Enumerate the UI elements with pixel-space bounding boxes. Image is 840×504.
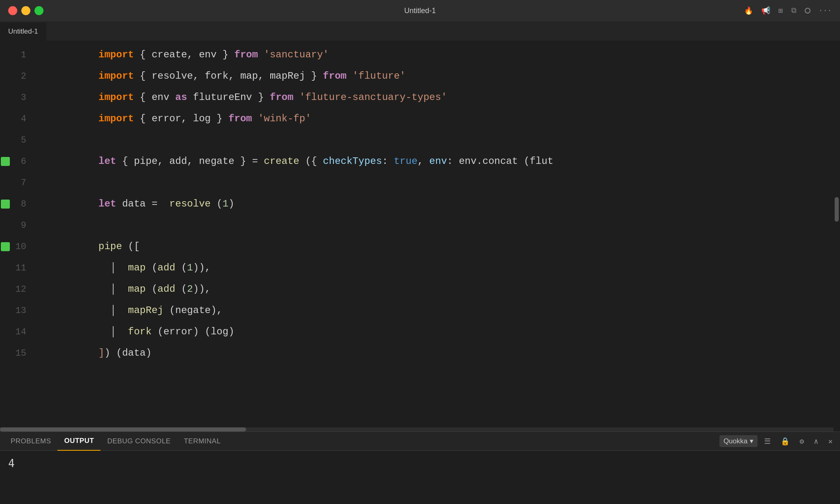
expand-up-icon[interactable]: ∧	[810, 435, 822, 447]
code-line-4: 4 import { error, log } from 'wink-fp'	[0, 108, 833, 129]
green-dot-8	[1, 200, 10, 209]
line-number-1: 1	[0, 50, 33, 60]
line-number-2: 2	[0, 71, 33, 82]
tab-debug-console[interactable]: DEBUG CONSOLE	[100, 432, 177, 451]
speaker-icon[interactable]: 📢	[761, 6, 770, 15]
line-number-5: 5	[0, 135, 33, 145]
code-line-15: 15 ]) (data)	[0, 343, 833, 364]
dropdown-label: Quokka	[724, 437, 748, 445]
line-number-7: 7	[0, 178, 33, 188]
green-dot-10	[1, 242, 10, 251]
line-number-14: 14	[0, 327, 33, 337]
panel-content: 4	[0, 451, 840, 504]
tab-output[interactable]: OUTPUT	[57, 432, 100, 451]
chevron-down-icon: ▾	[750, 437, 753, 445]
horizontal-scrollbar[interactable]	[0, 427, 833, 431]
close-panel-icon[interactable]: ✕	[825, 435, 836, 447]
filter-icon[interactable]: ⚙	[796, 435, 807, 447]
titlebar-actions: 🔥 📢 ⊞ ⧉ ···	[744, 6, 832, 15]
close-button[interactable]	[8, 6, 17, 15]
vertical-scrollbar[interactable]	[833, 41, 840, 431]
vscrollbar-thumb[interactable]	[835, 197, 839, 222]
line-number-12: 12	[0, 284, 33, 295]
bottom-panel: PROBLEMS OUTPUT DEBUG CONSOLE TERMINAL Q…	[0, 431, 840, 504]
code-lines: 1 import { create, env } from 'sanctuary…	[0, 41, 833, 367]
line-content-15: ]) (data)	[33, 321, 833, 385]
green-dot-6	[1, 157, 10, 166]
list-icon[interactable]: ☰	[761, 435, 774, 447]
line-number-9: 9	[0, 220, 33, 231]
split-icon[interactable]: ⧉	[791, 7, 797, 15]
line-number-13: 13	[0, 306, 33, 316]
line-number-10: 10	[0, 242, 33, 252]
code-editor[interactable]: 1 import { create, env } from 'sanctuary…	[0, 41, 833, 431]
line-number-4: 4	[0, 114, 33, 124]
lock-icon[interactable]: 🔒	[777, 435, 793, 447]
tab-problems[interactable]: PROBLEMS	[4, 432, 57, 451]
titlebar: Untitled-1 🔥 📢 ⊞ ⧉ ···	[0, 0, 840, 21]
maximize-button[interactable]	[34, 6, 43, 15]
panel-controls: Quokka ▾ ☰ 🔒 ⚙ ∧ ✕	[719, 435, 836, 447]
editor-tab[interactable]: Untitled-1	[0, 23, 47, 41]
status-circle	[805, 8, 810, 14]
scrollbar-thumb[interactable]	[0, 427, 246, 431]
tab-label: Untitled-1	[8, 27, 38, 36]
tabbar: Untitled-1	[0, 21, 840, 41]
output-source-dropdown[interactable]: Quokka ▾	[719, 435, 758, 447]
grid-icon[interactable]: ⊞	[778, 6, 783, 15]
minimize-button[interactable]	[21, 6, 30, 15]
output-value: 4	[8, 457, 15, 470]
panel-tabs: PROBLEMS OUTPUT DEBUG CONSOLE TERMINAL Q…	[0, 432, 840, 451]
line-number-3: 3	[0, 93, 33, 103]
traffic-lights	[8, 6, 43, 15]
window-title: Untitled-1	[404, 7, 436, 15]
code-line-8: 8 let data = resolve (1)	[0, 193, 833, 215]
line-number-15: 15	[0, 348, 33, 359]
line-number-6: 6	[0, 157, 33, 167]
tab-terminal[interactable]: TERMINAL	[177, 432, 227, 451]
editor-area: 1 import { create, env } from 'sanctuary…	[0, 41, 840, 431]
line-number-11: 11	[0, 263, 33, 273]
code-line-6: 6 let { pipe, add, negate } = create ({ …	[0, 151, 833, 172]
flame-icon[interactable]: 🔥	[744, 6, 753, 15]
more-icon[interactable]: ···	[819, 7, 832, 15]
line-number-8: 8	[0, 199, 33, 209]
